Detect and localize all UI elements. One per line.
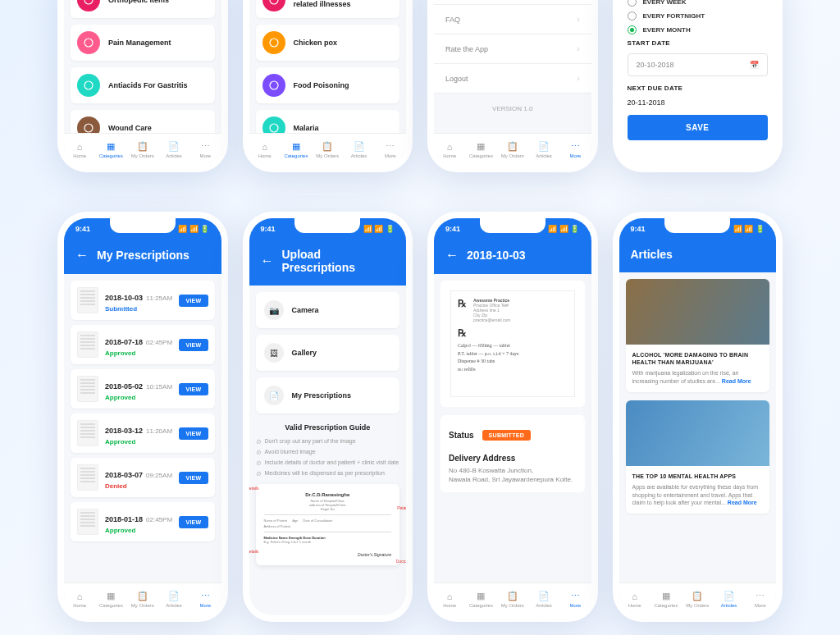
refill-option[interactable]: EVERY WEEK: [628, 0, 769, 7]
tabbar: ⌂Home▦Categories📋My Orders📄Articles⋯More: [249, 133, 407, 166]
settings-row[interactable]: FAQ›: [434, 5, 591, 34]
article-card[interactable]: ALCOHOL 'MORE DAMAGING TO BRAIN HEALTH T…: [626, 279, 770, 392]
tab-more[interactable]: ⋯More: [375, 134, 406, 166]
article-title: THE TOP 10 MENTAL HEALTH APPS: [632, 473, 764, 480]
prescription-preview: ℞ Awesome Practice Practice Office Tel#A…: [441, 281, 585, 407]
tab-orders[interactable]: 📋My Orders: [127, 134, 158, 166]
tab-categories[interactable]: ▦Categories: [651, 583, 682, 615]
view-button[interactable]: VIEW: [179, 472, 208, 484]
category-icon: [77, 0, 100, 11]
rx-time: 11:20AM: [146, 427, 172, 435]
tab-articles[interactable]: 📄Articles: [713, 583, 744, 615]
rx-status: Denied: [105, 482, 172, 490]
tab-categories[interactable]: ▦Categories: [465, 134, 496, 166]
rx-time: 02:45PM: [146, 516, 172, 523]
article-desc: With marijuana legalization on the rise,…: [632, 369, 764, 386]
chevron-right-icon: ›: [577, 15, 579, 24]
start-date-input[interactable]: 20-10-2018 📅: [628, 53, 769, 76]
category-label: Orthopedic Items: [108, 0, 169, 4]
category-item[interactable]: Pain Management: [71, 25, 215, 61]
articles-list: ALCOHOL 'MORE DAMAGING TO BRAIN HEALTH T…: [619, 272, 777, 614]
view-button[interactable]: VIEW: [179, 516, 208, 528]
tab-orders[interactable]: 📋My Orders: [127, 583, 158, 615]
back-icon[interactable]: ←: [75, 248, 89, 263]
refill-option[interactable]: EVERY FORTNIGHT: [628, 11, 769, 21]
back-icon[interactable]: ←: [261, 254, 274, 268]
svg-point-4: [270, 0, 278, 4]
radio-icon: [628, 11, 637, 21]
rx-status: Approved: [105, 527, 172, 534]
tab-home[interactable]: ⌂Home: [249, 134, 281, 166]
tab-home[interactable]: ⌂Home: [64, 583, 95, 615]
prescription-row: 2018-01-1802:45PMApprovedVIEW: [71, 502, 215, 541]
tab-articles[interactable]: 📄Articles: [528, 583, 559, 615]
tab-orders[interactable]: 📋My Orders: [682, 583, 713, 615]
back-icon[interactable]: ←: [445, 248, 459, 263]
rx-thumbnail: [77, 509, 98, 535]
article-card[interactable]: THE TOP 10 MENTAL HEALTH APPSApps are av…: [626, 400, 770, 514]
save-button[interactable]: SAVE: [628, 115, 769, 140]
rx-date: 2018-03-12: [105, 427, 143, 435]
category-item[interactable]: Alcohol, tobacco & drug related illnesse…: [256, 0, 400, 18]
tab-orders[interactable]: 📋My Orders: [497, 134, 528, 166]
read-more-link[interactable]: Read More: [728, 500, 757, 505]
tab-more[interactable]: ⋯More: [559, 134, 591, 166]
tab-categories[interactable]: ▦Categories: [281, 134, 312, 166]
rx-time: 09:25AM: [146, 472, 172, 479]
version-label: VERSION 1.0: [434, 94, 591, 124]
settings-row[interactable]: Rate the App›: [434, 34, 591, 64]
upload-option[interactable]: 📄My Prescriptions: [256, 377, 400, 413]
tab-more[interactable]: ⋯More: [189, 134, 221, 166]
home-icon: ⌂: [445, 592, 454, 601]
tab-articles[interactable]: 📄Articles: [343, 134, 374, 166]
delivery-address-title: Delivery Address: [449, 454, 577, 463]
tab-more[interactable]: ⋯More: [559, 583, 591, 615]
rx-time: 11:25AM: [146, 295, 172, 302]
orders-icon: 📋: [322, 142, 332, 152]
chevron-right-icon: ›: [577, 74, 579, 83]
tab-categories[interactable]: ▦Categories: [465, 583, 496, 615]
tab-orders[interactable]: 📋My Orders: [312, 134, 343, 166]
view-button[interactable]: VIEW: [179, 427, 208, 440]
rx-date: 2018-03-07: [105, 471, 143, 479]
prescription-row: 2018-07-1802:45PMApprovedVIEW: [71, 325, 215, 364]
svg-point-2: [84, 81, 93, 89]
category-item[interactable]: Food Poisoning: [256, 67, 400, 103]
tab-home[interactable]: ⌂Home: [434, 134, 465, 166]
tab-articles[interactable]: 📄Articles: [158, 583, 189, 615]
tab-home[interactable]: ⌂Home: [64, 134, 95, 166]
tab-categories[interactable]: ▦Categories: [95, 583, 126, 615]
category-item[interactable]: Antiacids For Gastritis: [71, 67, 215, 103]
view-button[interactable]: VIEW: [179, 339, 208, 351]
view-button[interactable]: VIEW: [179, 295, 208, 307]
category-item[interactable]: Orthopedic Items: [71, 0, 215, 18]
tab-articles[interactable]: 📄Articles: [528, 134, 559, 166]
page-title: 2018-10-03: [467, 249, 526, 262]
calendar-icon: 📅: [750, 61, 759, 69]
next-due-label: NEXT DUE DATE: [628, 85, 769, 92]
view-button[interactable]: VIEW: [179, 383, 208, 395]
tab-more[interactable]: ⋯More: [745, 583, 776, 615]
tab-articles[interactable]: 📄Articles: [158, 134, 189, 166]
page-title: My Prescriptions: [97, 249, 189, 262]
tab-home[interactable]: ⌂Home: [619, 583, 651, 615]
tab-orders[interactable]: 📋My Orders: [497, 583, 528, 615]
rx-thumbnail: [77, 464, 98, 491]
category-item[interactable]: Chicken pox: [256, 25, 400, 61]
categories-icon: ▦: [106, 592, 116, 601]
chevron-right-icon: ›: [577, 44, 579, 53]
tab-categories[interactable]: ▦Categories: [95, 134, 126, 166]
upload-option[interactable]: 🖼Gallery: [256, 335, 400, 371]
prescription-detail: ℞ Awesome Practice Practice Office Tel#A…: [434, 274, 591, 615]
refill-option[interactable]: EVERY MONTH: [628, 25, 769, 34]
guide-item: Avoid blurred image: [256, 449, 400, 456]
category-icon: [262, 74, 285, 97]
tab-more[interactable]: ⋯More: [189, 583, 221, 615]
upload-option[interactable]: 📷Camera: [256, 292, 400, 328]
rx-status: Approved: [105, 438, 172, 445]
tab-home[interactable]: ⌂Home: [434, 583, 465, 615]
articles-icon: 📄: [539, 142, 549, 152]
rx-status: Approved: [105, 349, 172, 357]
settings-row[interactable]: Logout›: [434, 64, 591, 94]
read-more-link[interactable]: Read More: [722, 378, 751, 384]
